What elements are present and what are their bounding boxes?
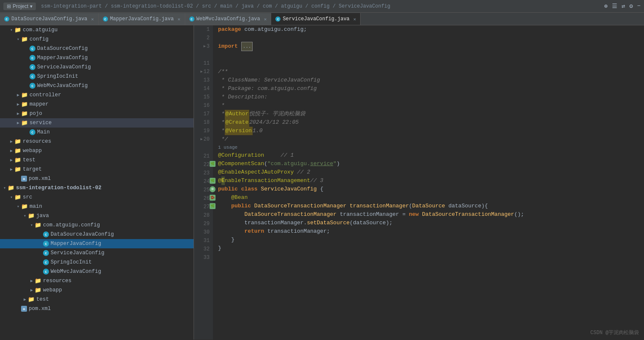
tab-close-datasource[interactable]: ✕ [91, 16, 94, 22]
cfile-icon: C [30, 64, 35, 70]
code-area[interactable]: package com.atguigu.config; import ... /… [213, 25, 644, 340]
tree-item-pom2[interactable]: ▾ m pom.xml [0, 304, 194, 313]
tab-mapper[interactable]: C MapperJavaConfig.java ✕ [99, 13, 185, 25]
cfile-icon: C [43, 269, 49, 275]
tree-item-resources1[interactable]: ▶ 📁 resources [0, 137, 194, 146]
tree-item-webapp1[interactable]: ▶ 📁 webapp [0, 146, 194, 155]
folder-icon: 📁 [21, 203, 28, 210]
tree-item-mapperjavaconfig[interactable]: ▾ C MapperJavaConfig [0, 53, 194, 63]
tree-item-controller[interactable]: ▶ 📁 controller [0, 90, 194, 100]
code-line-16: * [218, 101, 644, 110]
expand-arrow: ▾ [22, 213, 28, 218]
spring-icon: ⚙ [210, 186, 216, 192]
code-line-14: * Package: com.atguigu.config [218, 84, 644, 93]
tree-item-java2[interactable]: ▾ 📁 java [0, 211, 194, 220]
tab-label-mapper: MapperJavaConfig.java [110, 16, 174, 22]
mfile-icon: m [21, 306, 27, 312]
cfile-icon: C [30, 129, 35, 135]
cfile-icon: C [30, 46, 35, 52]
tree-item-main[interactable]: ▾ C Main [0, 128, 194, 137]
cfile-icon: C [43, 241, 49, 247]
tree-item-src2[interactable]: ▾ 📁 src [0, 193, 194, 202]
tree-item-datasourcejavaconfig2[interactable]: ▾ C DataSourceJavaConfig [0, 230, 194, 239]
folder-icon: 📁 [21, 110, 28, 117]
minimize-icon[interactable]: − [637, 3, 641, 10]
code-line-23: @EnableAspectJAutoProxy // 2 [218, 168, 644, 177]
settings-icon[interactable]: ⚙ [629, 3, 633, 10]
code-line-11 [218, 59, 644, 68]
tree-item-webmvcjavaconfig[interactable]: ▾ C WebMvcJavaConfig [0, 81, 194, 90]
split-icon[interactable]: ⇄ [622, 3, 625, 10]
toolbar-icons: ⊕ ☰ ⇄ ⚙ − [604, 3, 641, 10]
cfile-icon: C [43, 231, 49, 237]
tree-item-target[interactable]: ▶ 📁 target [0, 165, 194, 174]
sync-icon[interactable]: ⊕ [604, 3, 607, 10]
folder-icon: 📁 [14, 147, 21, 154]
tab-webmvc[interactable]: C WebMvcJavaConfig.java ✕ [185, 13, 272, 25]
tree-item-springiocinit2[interactable]: ▾ C SpringIocInit [0, 258, 194, 267]
folder-icon: 📁 [28, 296, 35, 303]
list-icon[interactable]: ☰ [612, 3, 617, 10]
tab-service[interactable]: C ServiceJavaConfig.java ✕ [271, 13, 361, 25]
tab-close-webmvc[interactable]: ✕ [264, 16, 267, 22]
tab-close-mapper[interactable]: ✕ [178, 16, 181, 22]
expand-arrow: ▾ [29, 223, 35, 228]
expand-arrow: ▶ [15, 92, 21, 98]
folder-icon: 📁 [14, 138, 21, 145]
expand-arrow: ▾ [15, 37, 21, 42]
tree-item-config[interactable]: ▾ 📁 config [0, 35, 194, 44]
code-line-33 [218, 253, 644, 261]
tree-item-service[interactable]: ▶ 📁 service [0, 118, 194, 128]
tree-item-pojo[interactable]: ▶ 📁 pojo [0, 109, 194, 118]
folder-icon: 📁 [14, 194, 21, 201]
expand-arrow: ▾ [2, 185, 8, 190]
top-bar: ⊞ Project ▾ ssm-integration-part / ssm-i… [0, 0, 644, 13]
expand-arrow: ▶ [22, 297, 28, 302]
tree-item-resources2[interactable]: ▶ 📁 resources [0, 276, 194, 286]
code-line-28: DataSourceTransactionManager transaction… [218, 210, 644, 219]
expand-arrow: ▶ [29, 288, 35, 293]
tree-item-servicejavaconfig[interactable]: ▾ C ServiceJavaConfig [0, 63, 194, 72]
project-label: Project [13, 3, 28, 9]
spring-bean-icon: 🌿 [210, 161, 216, 167]
folder-icon: 📁 [14, 27, 21, 33]
expand-arrow: ▶ [8, 167, 14, 172]
tab-icon-mapper: C [103, 16, 108, 22]
code-line-17: * @Author 悦悦子- 芋泥肉松脑袋 [218, 110, 644, 118]
editor-panel[interactable]: 1 2 ▶3 . 11 ▶12 13 14 15 16 17 18 19 ▶20… [194, 25, 644, 340]
tab-close-service[interactable]: ✕ [353, 16, 356, 22]
tree-item-webapp2[interactable]: ▶ 📁 webapp [0, 286, 194, 295]
file-tree: ▾ 📁 com.atguigu ▾ 📁 config ▾ C DataSourc… [0, 25, 194, 340]
expand-arrow: ▶ [29, 278, 35, 283]
folder-icon: 📁 [35, 287, 41, 294]
cfile-icon: C [43, 250, 49, 256]
cfile-icon: C [43, 259, 49, 265]
tabs-bar: C DataSourceJavaConfig.java ✕ C MapperJa… [0, 13, 644, 25]
tree-item-springiocinit[interactable]: ▾ C SpringIocInit [0, 72, 194, 81]
mfile-icon: m [21, 176, 27, 182]
tree-item-mapper[interactable]: ▶ 📁 mapper [0, 100, 194, 109]
code-line-2 [218, 34, 644, 42]
project-button[interactable]: ⊞ Project ▾ [3, 3, 36, 10]
tab-label-service: ServiceJavaConfig.java [283, 16, 349, 22]
tree-item-pom1[interactable]: ▾ m pom.xml [0, 174, 194, 183]
tree-item-main2[interactable]: ▾ 📁 main [0, 202, 194, 211]
tree-item-webmvcjavaconfig2[interactable]: ▾ C WebMvcJavaConfig [0, 267, 194, 276]
tab-icon-service: C [275, 16, 280, 22]
tree-item-servicejavaconfig2[interactable]: ▾ C ServiceJavaConfig [0, 248, 194, 258]
usage-hint-row: 1 usage [218, 144, 644, 151]
expand-arrow: ▶ [8, 158, 14, 163]
tree-item-datasourceconfig[interactable]: ▾ C DataSourceConfig [0, 44, 194, 53]
tree-item-mapperjavaconfig2[interactable]: ▾ C MapperJavaConfig [0, 239, 194, 248]
expand-arrow: ▾ [8, 27, 14, 33]
code-line-20: */ [218, 135, 644, 144]
tree-item-com-atguigu[interactable]: ▾ 📁 com.atguigu [0, 25, 194, 35]
tree-item-config2[interactable]: ▾ 📁 com.atguigu.config [0, 220, 194, 230]
tree-item-test2[interactable]: ▶ 📁 test [0, 295, 194, 304]
code-line-13: * ClassName: ServiceJavaConfig [218, 76, 644, 84]
tree-item-ssm2[interactable]: ▾ 📁 ssm-integration-todolist-02 [0, 183, 194, 193]
tree-item-test1[interactable]: ▶ 📁 test [0, 155, 194, 165]
code-line-22: 🌿 @ComponentScan("com.atguigu.service") [218, 160, 644, 168]
tab-datasource[interactable]: C DataSourceJavaConfig.java ✕ [0, 13, 99, 25]
expand-arrow: ▶ [8, 139, 14, 144]
